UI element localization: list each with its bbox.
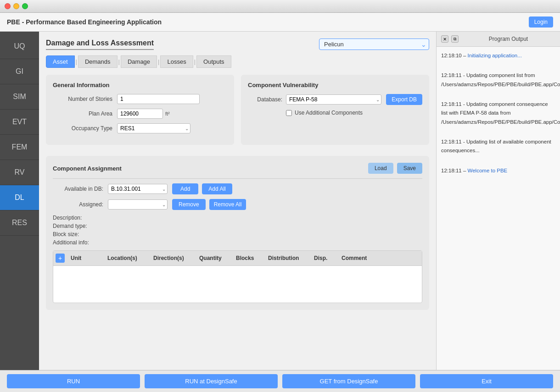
assigned-select[interactable]: [108, 199, 168, 210]
output-line-9: 12:18:11 – Welcome to PBE: [441, 166, 555, 176]
tab-demands[interactable]: Demands: [78, 55, 118, 68]
remove-all-button[interactable]: Remove All: [209, 199, 246, 210]
tab-sep-4: |: [193, 58, 196, 65]
output-close-button[interactable]: ✕: [441, 35, 448, 43]
sidebar: UQ GI SIM EVT FEM RV DL RES: [0, 32, 39, 370]
output-line-2: [441, 61, 555, 71]
description-row: Description:: [53, 215, 422, 221]
component-assignment-card: Component Assignment Load Save Available…: [46, 156, 429, 310]
get-designsafe-button[interactable]: GET from DesignSafe: [282, 374, 415, 388]
sidebar-item-dl[interactable]: DL: [0, 185, 39, 210]
add-all-button[interactable]: Add All: [202, 183, 232, 194]
run-designsafe-button[interactable]: RUN at DesignSafe: [145, 374, 278, 388]
additional-info-row: Additional info:: [53, 239, 422, 246]
plan-area-row: Plan Area ft²: [53, 109, 227, 119]
assigned-select-wrapper: ⌄: [108, 199, 168, 210]
sidebar-item-sim[interactable]: SIM: [0, 84, 39, 110]
program-output-title: Program Output: [461, 36, 555, 42]
output-line-4: [441, 90, 555, 99]
assign-divider: [53, 178, 422, 179]
occupancy-type-row: Occupancy Type RES1 RES2 COM1 COM2 IND1 …: [53, 123, 227, 133]
available-in-db-select-wrapper: B.10.31.001 ⌄: [108, 184, 168, 194]
method-select[interactable]: Pelicun Other: [319, 39, 429, 50]
plan-area-input[interactable]: [117, 109, 163, 119]
sidebar-item-res[interactable]: RES: [0, 210, 39, 236]
info-section: Description: Demand type: Block size:: [53, 215, 422, 246]
save-button[interactable]: Save: [397, 163, 422, 174]
general-info-card: General Information Number of Stories Pl…: [46, 75, 234, 145]
minimize-button[interactable]: [13, 3, 19, 9]
titlebar: [0, 0, 560, 13]
occupancy-type-label: Occupancy Type: [53, 125, 112, 132]
plan-area-unit: ft²: [165, 111, 170, 116]
close-button[interactable]: [5, 3, 11, 9]
component-table: + Unit Location(s) Direction(s) Quantity…: [53, 250, 422, 303]
col-header-blocks: Blocks: [232, 255, 264, 261]
available-in-db-select[interactable]: B.10.31.001: [108, 184, 168, 194]
program-output-header: ✕ ⧉ Program Output: [437, 32, 560, 47]
maximize-button[interactable]: [22, 3, 28, 9]
tab-damage[interactable]: Damage: [121, 55, 157, 68]
tab-sep-2: |: [118, 58, 121, 65]
col-header-distribution: Distribution: [264, 255, 310, 261]
num-stories-input[interactable]: [117, 94, 200, 104]
assign-title: Component Assignment: [53, 165, 368, 172]
sidebar-item-gi[interactable]: GI: [0, 59, 39, 84]
exit-button[interactable]: Exit: [420, 374, 553, 388]
output-link-2[interactable]: Welcome to PBE: [468, 168, 508, 173]
additional-components-row: Use Additional Components: [286, 110, 422, 116]
export-db-button[interactable]: Export DB: [386, 94, 422, 105]
occupancy-type-select[interactable]: RES1 RES2 COM1 COM2 IND1: [117, 123, 190, 133]
database-row: Database: FEMA P-58 Hazus Custom ⌄ Expor…: [248, 94, 422, 105]
output-line-1: 12:18:10 – Initializing application...: [441, 51, 555, 61]
output-collapse-button[interactable]: ⧉: [451, 35, 459, 43]
plan-area-label: Plan Area: [53, 110, 112, 117]
col-header-quantity: Quantity: [196, 255, 232, 261]
col-header-unit: Unit: [67, 255, 104, 261]
available-in-db-label: Available in DB:: [53, 186, 103, 192]
block-size-label: Block size:: [53, 231, 79, 237]
col-header-locations: Location(s): [104, 255, 150, 261]
component-vulnerability-title: Component Vulnerability: [248, 82, 422, 88]
additional-components-label: Use Additional Components: [295, 110, 363, 116]
method-select-wrapper: Pelicun Other ⌄: [319, 39, 429, 50]
tab-outputs[interactable]: Outputs: [196, 55, 231, 68]
load-button[interactable]: Load: [368, 163, 393, 174]
sidebar-item-fem[interactable]: FEM: [0, 135, 39, 160]
add-row-cell: +: [53, 254, 67, 263]
assign-header: Component Assignment Load Save: [53, 163, 422, 174]
table-header: + Unit Location(s) Direction(s) Quantity…: [53, 251, 422, 266]
page-title: Damage and Loss Assessment: [46, 39, 154, 50]
tab-asset[interactable]: Asset: [46, 55, 75, 68]
add-button[interactable]: Add: [172, 183, 198, 194]
section-header: Damage and Loss Assessment Pelicun Other…: [46, 39, 429, 50]
remove-button[interactable]: Remove: [172, 199, 206, 210]
traffic-lights: [5, 3, 28, 9]
tab-sep-1: |: [75, 58, 78, 65]
col-header-directions: Direction(s): [150, 255, 196, 261]
table-body: [53, 266, 422, 303]
output-link-1[interactable]: Initializing application...: [468, 53, 522, 58]
col-header-disp: Disp.: [310, 255, 338, 261]
col-header-comment: Comment: [338, 255, 422, 261]
run-button[interactable]: RUN: [7, 374, 140, 388]
sidebar-item-uq[interactable]: UQ: [0, 34, 39, 59]
sidebar-item-rv[interactable]: RV: [0, 160, 39, 185]
bottom-bar: RUN RUN at DesignSafe GET from DesignSaf…: [0, 370, 560, 392]
login-button[interactable]: Login: [529, 17, 553, 28]
num-stories-label: Number of Stories: [53, 96, 112, 102]
database-select-wrapper: FEMA P-58 Hazus Custom ⌄: [286, 94, 381, 105]
sidebar-item-evt[interactable]: EVT: [0, 110, 39, 135]
main-panel: Damage and Loss Assessment Pelicun Other…: [39, 32, 436, 370]
demand-type-label: Demand type:: [53, 223, 87, 229]
tab-losses[interactable]: Losses: [160, 55, 193, 68]
num-stories-row: Number of Stories: [53, 94, 227, 104]
add-row-button[interactable]: +: [56, 254, 65, 263]
assigned-row: Assigned: ⌄ Remove Remove All: [53, 199, 422, 210]
app-title: PBE - Performance Based Engineering Appl…: [7, 18, 162, 26]
general-info-title: General Information: [53, 82, 227, 88]
output-line-3: 12:18:11 - Updating component list from …: [441, 71, 555, 89]
additional-components-checkbox[interactable]: [286, 110, 292, 116]
description-label: Description:: [53, 215, 82, 221]
database-select[interactable]: FEMA P-58 Hazus Custom: [286, 94, 381, 105]
